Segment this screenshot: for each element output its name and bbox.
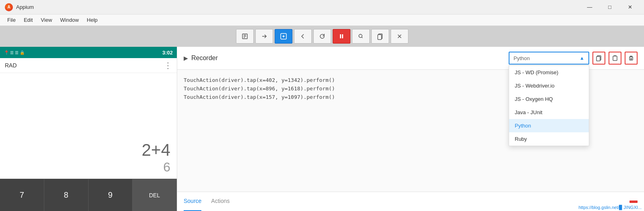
calc-btn-del[interactable]: DEL	[133, 179, 177, 211]
app-title: Appium	[16, 4, 34, 10]
copy-code-button[interactable]	[592, 52, 605, 65]
maximize-button[interactable]: □	[601, 2, 619, 13]
dropdown-item-ruby[interactable]: Ruby	[509, 132, 589, 146]
app-content: RAD ⋮ 2+4 6 7 8 9 DEL	[0, 58, 177, 211]
minimize-button[interactable]: —	[580, 2, 599, 13]
dropdown-item-js-webdriverio[interactable]: JS - Webdriver.io	[509, 79, 589, 92]
calc-result: 6	[163, 160, 170, 175]
language-selected-value: Python	[514, 55, 530, 61]
dropdown-item-js-wd[interactable]: JS - WD (Promise)	[509, 66, 589, 79]
tap-tool-button[interactable]	[275, 29, 292, 44]
calc-expression: 2+4	[142, 140, 170, 160]
status-bar-left-icons: 📍 ☰ ☰ 🔒	[4, 50, 25, 55]
toolbar	[0, 26, 644, 47]
chevron-up-icon: ▲	[580, 55, 584, 61]
menu-file[interactable]: File	[3, 16, 20, 24]
recorder-panel: ▶ Recorder Python ▲ JS - WD (Promise) JS…	[177, 47, 644, 211]
language-dropdown-menu: JS - WD (Promise) JS - Webdriver.io JS -…	[509, 65, 589, 146]
recorder-icon: ▶	[184, 55, 188, 61]
swipe-tool-button[interactable]	[255, 29, 273, 44]
app-menu-dots-icon[interactable]: ⋮	[164, 61, 172, 70]
clipboard-button[interactable]	[609, 52, 621, 65]
status-bar-time: 3:02	[162, 50, 173, 56]
refresh-tool-button[interactable]	[313, 29, 331, 44]
svg-rect-10	[630, 57, 633, 60]
tabs-bar: Source Actions	[177, 192, 644, 211]
svg-rect-9	[613, 56, 617, 61]
tab-source[interactable]: Source	[184, 192, 201, 211]
app-icon: A	[5, 3, 13, 11]
select-tool-button[interactable]	[236, 29, 254, 44]
calc-display: 2+4 6	[0, 73, 177, 179]
back-tool-button[interactable]	[294, 29, 312, 44]
recorder-label: Recorder	[191, 54, 218, 62]
tab-actions[interactable]: Actions	[211, 192, 230, 211]
signal-icons: ☰ ☰	[10, 50, 19, 55]
main-content: 📍 ☰ ☰ 🔒 3:02 RAD ⋮ 2+4 6 7 8	[0, 47, 644, 211]
menu-bar: File Edit View Window Help	[0, 15, 644, 26]
pause-tool-button[interactable]	[333, 29, 350, 44]
close-button[interactable]: ✕	[621, 2, 639, 13]
tab-minus-indicator	[630, 201, 638, 203]
recorder-header: ▶ Recorder Python ▲ JS - WD (Promise) JS…	[177, 47, 644, 70]
svg-rect-3	[342, 34, 343, 38]
menu-view[interactable]: View	[37, 16, 56, 24]
calc-btn-9[interactable]: 9	[89, 179, 133, 211]
recorder-controls: Python ▲ JS - WD (Promise) JS - Webdrive…	[509, 52, 638, 65]
delete-code-button[interactable]	[625, 52, 638, 65]
dropdown-item-python[interactable]: Python	[509, 119, 589, 132]
device-screen: 📍 ☰ ☰ 🔒 3:02 RAD ⋮ 2+4 6 7 8	[0, 47, 177, 211]
svg-rect-6	[378, 35, 381, 40]
quit-session-button[interactable]	[391, 29, 408, 44]
battery-icon: 🔒	[20, 50, 25, 55]
svg-rect-2	[340, 34, 341, 38]
window-controls: — □ ✕	[580, 2, 639, 13]
menu-window[interactable]: Window	[56, 16, 83, 24]
recorder-title-area: ▶ Recorder	[184, 54, 218, 62]
menu-edit[interactable]: Edit	[20, 16, 37, 24]
status-hint: https://blog.gslin.net/▉ JINGXI...	[576, 204, 644, 211]
location-icon: 📍	[4, 50, 9, 55]
search-tool-button[interactable]	[352, 29, 370, 44]
device-panel: 📍 ☰ ☰ 🔒 3:02 RAD ⋮ 2+4 6 7 8	[0, 47, 177, 211]
language-select-button[interactable]: Python ▲	[509, 52, 589, 65]
svg-rect-8	[596, 56, 600, 61]
calc-btn-7[interactable]: 7	[0, 179, 44, 211]
title-bar-left: A Appium	[5, 3, 34, 11]
calc-buttons: 7 8 9 DEL	[0, 179, 177, 211]
app-header: RAD ⋮	[0, 58, 177, 73]
dropdown-item-java-junit[interactable]: Java - JUnit	[509, 106, 589, 119]
app-name: RAD	[5, 62, 17, 69]
menu-help[interactable]: Help	[83, 16, 102, 24]
dropdown-item-js-oxygen[interactable]: JS - Oxygen HQ	[509, 92, 589, 106]
copy-xml-button[interactable]	[371, 29, 389, 44]
title-bar: A Appium — □ ✕	[0, 0, 644, 15]
status-bar: 📍 ☰ ☰ 🔒 3:02	[0, 47, 177, 58]
calc-btn-8[interactable]: 8	[44, 179, 89, 211]
language-dropdown: Python ▲ JS - WD (Promise) JS - Webdrive…	[509, 52, 589, 65]
